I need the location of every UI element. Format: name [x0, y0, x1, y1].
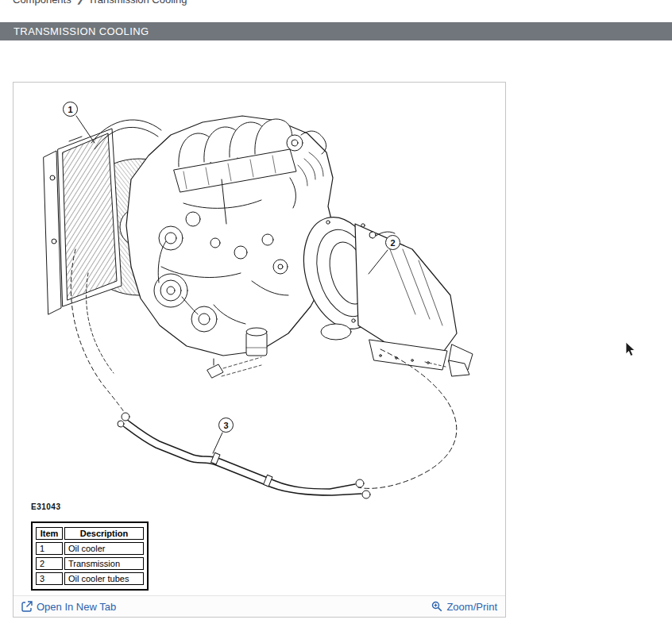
parts-table-cell-description: Oil cooler: [64, 542, 144, 555]
figure-card: 1 2 3 E31043 Item Description 1 Oil cool…: [13, 82, 506, 618]
parts-table-cell-item: 2: [36, 557, 63, 570]
section-header-bar: TRANSMISSION COOLING: [0, 22, 672, 40]
diagram-line-art: [14, 83, 505, 595]
zoom-print-label: Zoom/Print: [446, 601, 497, 613]
parts-table-cell-item: 3: [36, 572, 63, 585]
section-title: TRANSMISSION COOLING: [0, 25, 149, 37]
table-row: 1 Oil cooler: [36, 542, 144, 555]
parts-table-header-description: Description: [64, 527, 144, 540]
engine-transmission-diagram: 1 2 3: [14, 83, 505, 595]
parts-table-header-item: Item: [36, 527, 63, 540]
callout-2: 2: [385, 235, 400, 250]
callout-1: 1: [63, 102, 78, 117]
breadcrumb-item-transmission-cooling: Transmission Cooling: [88, 0, 187, 6]
figure-code: E31043: [31, 502, 60, 511]
magnifier-plus-icon: [431, 601, 442, 612]
parts-table: Item Description 1 Oil cooler 2 Transmis…: [31, 521, 149, 591]
card-footer: Open In New Tab Zoom/Print: [14, 595, 505, 617]
open-in-new-tab-label: Open In New Tab: [37, 601, 116, 613]
parts-table-cell-description: Oil cooler tubes: [64, 572, 144, 585]
zoom-print-link[interactable]: Zoom/Print: [431, 601, 497, 613]
table-row: 3 Oil cooler tubes: [36, 572, 144, 585]
breadcrumb: Components ❯ Transmission Cooling: [13, 0, 187, 6]
open-in-new-icon: [21, 601, 33, 612]
callout-3: 3: [218, 418, 234, 433]
mouse-cursor-icon: [625, 341, 638, 360]
open-in-new-tab-link[interactable]: Open In New Tab: [21, 601, 116, 613]
parts-table-cell-item: 1: [36, 542, 63, 555]
parts-table-cell-description: Transmission: [64, 557, 144, 570]
breadcrumb-item-components[interactable]: Components: [13, 0, 71, 6]
table-row: 2 Transmission: [36, 557, 144, 570]
chevron-right-icon: ❯: [76, 0, 83, 5]
